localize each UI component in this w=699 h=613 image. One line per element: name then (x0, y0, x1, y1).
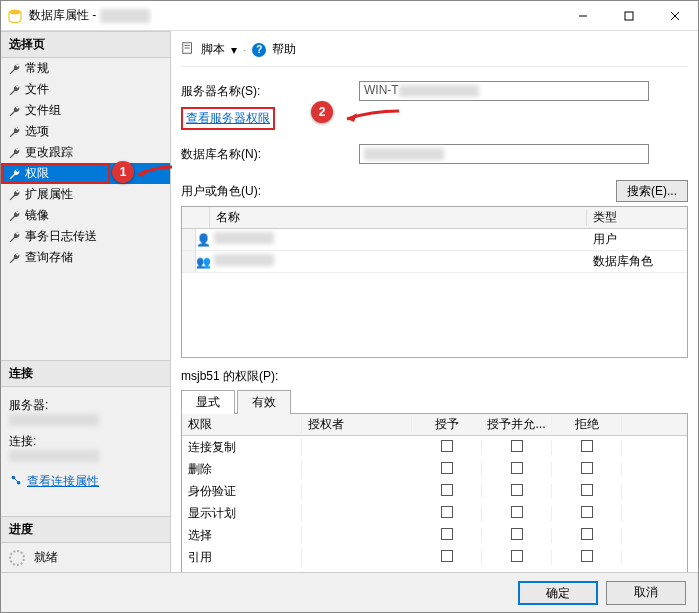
annotation-2: 2 (311, 101, 333, 123)
nav-permissions[interactable]: 权限 1 (1, 163, 170, 184)
grant-checkbox[interactable] (441, 506, 453, 518)
footer: 确定 取消 (1, 572, 698, 612)
perm-tabs: 显式 有效 (181, 389, 688, 414)
nav-querystore[interactable]: 查询存储 (1, 247, 170, 268)
perm-row[interactable]: 删除 (182, 458, 687, 480)
annotation-1: 1 (112, 161, 134, 183)
script-dropdown[interactable]: 脚本 (201, 41, 225, 58)
col-withgrant[interactable]: 授予并允... (482, 416, 552, 433)
help-icon: ? (252, 43, 266, 57)
db-name-label: 数据库名称(N): (181, 146, 351, 163)
tab-effective[interactable]: 有效 (237, 390, 291, 414)
nav-extprops[interactable]: 扩展属性 (1, 184, 170, 205)
person-icon: 👤 (196, 233, 210, 247)
progress-header: 进度 (1, 516, 170, 543)
perm-row[interactable]: 引用 (182, 546, 687, 568)
grant-checkbox[interactable] (441, 462, 453, 474)
withgrant-checkbox[interactable] (511, 528, 523, 540)
grant-checkbox[interactable] (441, 484, 453, 496)
connection-icon (9, 473, 23, 490)
perm-row[interactable]: 连接复制 (182, 436, 687, 458)
deny-checkbox[interactable] (581, 462, 593, 474)
titlebar: 数据库属性 - (1, 1, 698, 31)
progress-ready: 就绪 (34, 550, 58, 564)
col-deny[interactable]: 拒绝 (552, 416, 622, 433)
window-title: 数据库属性 - (29, 7, 96, 24)
group-icon: 👥 (196, 255, 210, 269)
toolbar: 脚本 ▾ · ? 帮助 (181, 37, 688, 67)
deny-checkbox[interactable] (581, 528, 593, 540)
nav-list: 常规 文件 文件组 选项 更改跟踪 权限 1 扩展属性 镜像 事务日志传送 查询… (1, 58, 170, 268)
deny-checkbox[interactable] (581, 440, 593, 452)
perm-row[interactable]: 身份验证 (182, 480, 687, 502)
select-page-header: 选择页 (1, 31, 170, 58)
main-panel: 脚本 ▾ · ? 帮助 服务器名称(S): WIN-T 查看服务器权限 2 数据… (171, 31, 698, 572)
ok-button[interactable]: 确定 (518, 581, 598, 605)
connection-label: 连接: (9, 433, 162, 450)
deny-checkbox[interactable] (581, 550, 593, 562)
nav-filegroups[interactable]: 文件组 (1, 100, 170, 121)
view-connection-props-link[interactable]: 查看连接属性 (27, 473, 99, 490)
nav-options[interactable]: 选项 (1, 121, 170, 142)
perm-row[interactable]: 选择 (182, 524, 687, 546)
permissions-grid: 权限 授权者 授予 授予并允... 拒绝 连接复制删除身份验证显示计划选择引用执… (181, 414, 688, 583)
server-name-label: 服务器名称(S): (181, 83, 351, 100)
progress-block: 就绪 (1, 543, 170, 572)
spinner-icon (9, 550, 25, 566)
server-label: 服务器: (9, 397, 162, 414)
svg-line-7 (14, 478, 18, 482)
col-type[interactable]: 类型 (587, 209, 687, 226)
withgrant-checkbox[interactable] (511, 462, 523, 474)
perm-row[interactable]: 显示计划 (182, 502, 687, 524)
close-button[interactable] (652, 1, 698, 31)
minimize-button[interactable] (560, 1, 606, 31)
withgrant-checkbox[interactable] (511, 440, 523, 452)
col-grantor[interactable]: 授权者 (302, 416, 412, 433)
grant-checkbox[interactable] (441, 550, 453, 562)
grant-checkbox[interactable] (441, 440, 453, 452)
connection-header: 连接 (1, 360, 170, 387)
window: 数据库属性 - 选择页 常规 文件 文件组 选项 更改跟踪 权限 1 扩展属性 … (0, 0, 699, 613)
help-link[interactable]: 帮助 (272, 41, 296, 58)
col-perm[interactable]: 权限 (182, 416, 302, 433)
search-button[interactable]: 搜索(E)... (616, 180, 688, 202)
server-value-blur (9, 414, 99, 426)
view-server-perms-link[interactable]: 查看服务器权限 (186, 111, 270, 125)
server-name-input[interactable]: WIN-T (359, 81, 649, 101)
permissions-label: msjb51 的权限(P): (181, 368, 688, 385)
cancel-button[interactable]: 取消 (606, 581, 686, 605)
svg-rect-2 (625, 12, 633, 20)
connection-block: 服务器: 连接: 查看连接属性 (1, 387, 170, 496)
col-name[interactable]: 名称 (210, 209, 587, 226)
users-row[interactable]: 👤 用户 (182, 229, 687, 251)
title-blur (100, 9, 150, 23)
deny-checkbox[interactable] (581, 506, 593, 518)
db-name-input[interactable] (359, 144, 649, 164)
deny-checkbox[interactable] (581, 484, 593, 496)
connection-value-blur (9, 450, 99, 462)
users-label: 用户或角色(U): (181, 183, 261, 200)
script-icon (181, 41, 195, 58)
svg-point-0 (9, 9, 21, 14)
app-icon (7, 8, 23, 24)
nav-files[interactable]: 文件 (1, 79, 170, 100)
tab-explicit[interactable]: 显式 (181, 390, 235, 414)
users-row[interactable]: 👥 数据库角色 (182, 251, 687, 273)
withgrant-checkbox[interactable] (511, 484, 523, 496)
nav-logship[interactable]: 事务日志传送 (1, 226, 170, 247)
withgrant-checkbox[interactable] (511, 506, 523, 518)
nav-changetracking[interactable]: 更改跟踪 (1, 142, 170, 163)
nav-mirror[interactable]: 镜像 (1, 205, 170, 226)
nav-general[interactable]: 常规 (1, 58, 170, 79)
sidebar: 选择页 常规 文件 文件组 选项 更改跟踪 权限 1 扩展属性 镜像 事务日志传… (1, 31, 171, 572)
col-grant[interactable]: 授予 (412, 416, 482, 433)
maximize-button[interactable] (606, 1, 652, 31)
users-grid: 名称 类型 👤 用户 👥 数据库角色 (181, 206, 688, 358)
chevron-down-icon[interactable]: ▾ (231, 43, 237, 57)
grant-checkbox[interactable] (441, 528, 453, 540)
withgrant-checkbox[interactable] (511, 550, 523, 562)
